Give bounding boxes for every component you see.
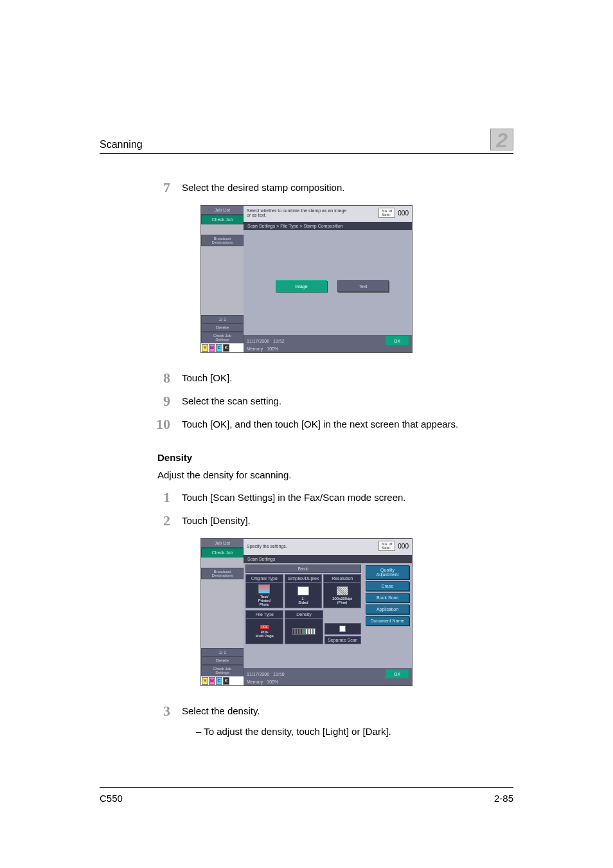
footer-model: C550 <box>100 793 123 804</box>
original-type-tile[interactable]: Text/ Printed Photo <box>245 583 283 608</box>
date-value: 11/17/2006 <box>247 672 269 676</box>
toner-k-icon: K <box>223 677 229 685</box>
step-text: Touch [Density]. <box>182 512 251 526</box>
broadcast-button[interactable]: Broadcast Destinations <box>201 235 244 246</box>
erase-button[interactable]: Erase <box>366 581 409 591</box>
separate-scan-button[interactable]: Separate Scan <box>324 636 361 644</box>
step-text: Touch [OK]. <box>182 370 232 383</box>
pdf-icon: PDF <box>260 625 269 629</box>
breadcrumb: Scan Settings <box>244 555 412 563</box>
simplex-value: 1- Sided <box>285 597 322 604</box>
copies-label: No. of Sets: <box>378 541 395 551</box>
copies-label: No. of Sets: <box>378 208 395 218</box>
time-value: 19:50 <box>273 672 285 676</box>
check-job-button[interactable]: Check Job <box>201 215 244 224</box>
toner-c-icon: C <box>216 344 222 352</box>
step-number: 9 <box>145 393 170 410</box>
toner-y-icon: Y <box>202 344 208 352</box>
quality-adjust-button[interactable]: Quality Adjustment <box>366 565 409 579</box>
toner-m-icon: M <box>209 344 215 352</box>
chapter-number: 2 <box>490 129 513 150</box>
density-icon <box>285 628 322 635</box>
step-text: Select the density. <box>182 703 260 716</box>
instruction-text: Specify the settings. <box>247 544 287 548</box>
file-type-tile[interactable]: PDFPDF Multi Page <box>245 619 283 644</box>
orig-type-value: Text/ Printed Photo <box>246 595 283 606</box>
simplex-tile[interactable]: 1- Sided <box>285 583 323 608</box>
basic-tab[interactable]: Basic <box>245 565 361 573</box>
screenshot-scan-settings: Job List Check Job Broadcast Destination… <box>200 538 413 686</box>
screenshot-stamp-composition: Job List Check Job Broadcast Destination… <box>200 205 413 353</box>
step-text: Select the desired stamp composition. <box>182 179 344 193</box>
check-settings-button[interactable]: Check Job Settings <box>201 665 244 676</box>
step-text: Select the scan setting. <box>182 393 281 406</box>
job-list-tab[interactable]: Job List <box>201 539 244 548</box>
sep-scan-checkbox-icon <box>339 626 346 632</box>
delete-button[interactable]: Delete <box>201 656 244 665</box>
broadcast-button[interactable]: Broadcast Destinations <box>201 568 244 579</box>
toner-c-icon: C <box>216 677 222 685</box>
toner-k-icon: K <box>223 344 229 352</box>
image-button[interactable]: Image <box>276 280 327 292</box>
copies-value: 000 <box>398 210 409 217</box>
step-subtext: – To adjust the density, touch [Light] o… <box>196 726 513 737</box>
original-type-header: Original Type <box>245 574 283 583</box>
resolution-value: 200x200dpi (Fine) <box>324 597 360 604</box>
step-number: 1 <box>145 489 170 506</box>
memory-label: Memory <box>247 347 263 351</box>
step-text: Touch [OK], and then touch [OK] in the n… <box>182 416 458 429</box>
section-title: Scanning <box>100 139 143 150</box>
density-header: Density <box>285 610 323 619</box>
text-button[interactable]: Text <box>337 280 389 292</box>
ok-button[interactable]: OK <box>386 669 409 678</box>
memory-label: Memory <box>247 680 263 684</box>
page-indicator: 1/ 1 <box>201 315 244 323</box>
job-list-tab[interactable]: Job List <box>201 206 244 215</box>
document-name-button[interactable]: Document Name <box>366 616 409 626</box>
memory-value: 100% <box>267 347 278 351</box>
memory-value: 100% <box>267 680 278 684</box>
book-scan-button[interactable]: Book Scan <box>366 593 409 602</box>
step-number: 10 <box>145 416 170 433</box>
density-tile[interactable] <box>285 619 323 644</box>
simplex-duplex-header: Simplex/Duplex <box>285 574 323 583</box>
density-intro: Adjust the density for scanning. <box>157 469 513 480</box>
delete-button[interactable]: Delete <box>201 323 244 332</box>
resolution-icon <box>337 586 348 595</box>
date-value: 11/17/2006 <box>247 339 269 343</box>
step-number: 3 <box>145 703 170 719</box>
density-heading: Density <box>157 452 513 463</box>
breadcrumb: Scan Settings > File Type > Stamp Compos… <box>244 222 412 230</box>
step-number: 8 <box>145 370 170 386</box>
file-type-value: PDF Multi Page <box>246 630 283 638</box>
application-button[interactable]: Application <box>366 604 409 614</box>
resolution-header: Resolution <box>323 574 361 583</box>
file-type-header: File Type <box>245 610 283 619</box>
ok-button[interactable]: OK <box>386 336 409 345</box>
page-indicator: 1/ 1 <box>201 648 244 656</box>
simplex-icon <box>298 586 309 595</box>
step-text: Touch [Scan Settings] in the Fax/Scan mo… <box>182 489 406 503</box>
step-number: 2 <box>145 512 170 529</box>
toner-m-icon: M <box>209 677 215 685</box>
resolution-tile[interactable]: 200x200dpi (Fine) <box>323 583 361 608</box>
instruction-text: Select whether to combine the stamp as a… <box>247 208 350 217</box>
check-job-button[interactable]: Check Job <box>201 548 244 557</box>
time-value: 19:52 <box>273 339 285 343</box>
toner-y-icon: Y <box>202 677 208 685</box>
orig-type-icon <box>258 584 270 593</box>
step-number: 7 <box>145 179 170 196</box>
check-settings-button[interactable]: Check Job Settings <box>201 332 244 343</box>
footer-page: 2-85 <box>494 793 513 804</box>
copies-value: 000 <box>398 543 409 550</box>
